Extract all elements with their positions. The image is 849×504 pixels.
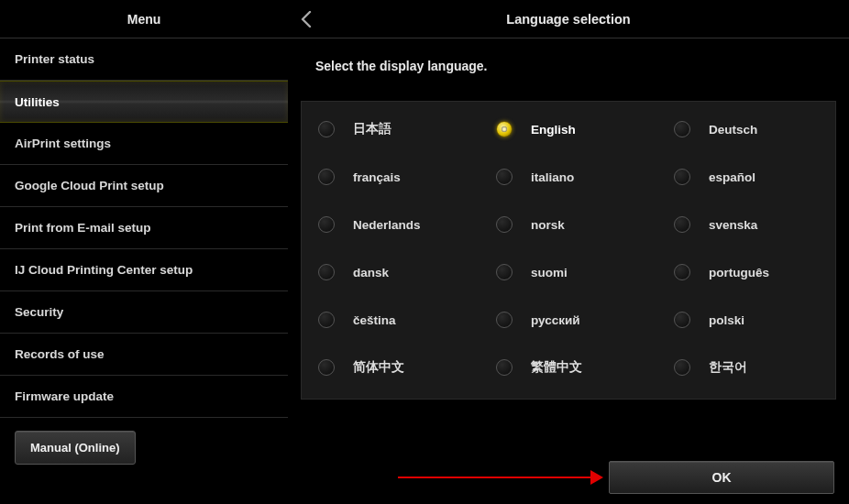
sidebar-item-ij-cloud-printing[interactable]: IJ Cloud Printing Center setup — [0, 249, 288, 291]
language-option-polski[interactable]: polski — [657, 296, 835, 344]
sidebar-item-print-from-email[interactable]: Print from E-mail setup — [0, 207, 288, 249]
page-title: Language selection — [288, 12, 849, 27]
radio-icon — [496, 359, 513, 376]
language-option-korean[interactable]: 한국어 — [657, 344, 835, 391]
language-panel: 日本語 English Deutsch français italiano es… — [301, 101, 836, 400]
manual-online-button[interactable]: Manual (Online) — [15, 431, 136, 465]
language-label: Deutsch — [709, 123, 757, 137]
language-grid: 日本語 English Deutsch français italiano es… — [302, 105, 835, 391]
sidebar-item-airprint-settings[interactable]: AirPrint settings — [0, 123, 288, 165]
annotation-arrow-container — [288, 477, 609, 478]
app-root: Menu Printer status Utilities AirPrint s… — [0, 0, 849, 504]
footer: OK — [288, 451, 849, 504]
sidebar-item-records-of-use[interactable]: Records of use — [0, 334, 288, 376]
language-option-nederlands[interactable]: Nederlands — [302, 201, 480, 248]
ok-button[interactable]: OK — [609, 461, 834, 494]
language-label: čeština — [353, 313, 396, 327]
sidebar-item-utilities[interactable]: Utilities — [0, 81, 288, 123]
language-label: 한국어 — [709, 359, 747, 376]
sidebar-title: Menu — [0, 0, 288, 38]
radio-icon — [318, 121, 335, 137]
main-header: Language selection — [288, 0, 849, 38]
language-label: français — [353, 170, 401, 184]
radio-icon — [674, 216, 690, 233]
language-label: русский — [531, 313, 580, 327]
language-label: svenska — [709, 218, 757, 232]
radio-icon — [496, 121, 513, 137]
radio-icon — [496, 169, 513, 185]
radio-icon — [674, 121, 690, 137]
back-button[interactable] — [288, 0, 325, 38]
language-label: español — [709, 170, 755, 184]
language-label: polski — [709, 313, 744, 327]
radio-icon — [674, 312, 690, 328]
radio-icon — [318, 359, 335, 376]
radio-icon — [496, 264, 513, 280]
language-option-italiano[interactable]: italiano — [480, 153, 657, 201]
language-option-dansk[interactable]: dansk — [302, 248, 480, 296]
radio-icon — [674, 264, 690, 280]
radio-icon — [318, 264, 335, 280]
language-label: 日本語 — [353, 121, 391, 137]
radio-icon — [674, 169, 690, 185]
language-label: 繁體中文 — [531, 359, 582, 376]
language-label: italiano — [531, 170, 574, 184]
sidebar: Menu Printer status Utilities AirPrint s… — [0, 0, 288, 504]
main-panel: Language selection Select the display la… — [288, 0, 849, 504]
language-option-english[interactable]: English — [480, 105, 657, 153]
language-option-russian[interactable]: русский — [480, 296, 657, 344]
radio-icon — [496, 216, 513, 233]
language-label: dansk — [353, 266, 389, 279]
sidebar-item-security[interactable]: Security — [0, 291, 288, 334]
chevron-left-icon — [301, 11, 312, 27]
language-label: português — [709, 266, 769, 279]
radio-icon — [318, 312, 335, 328]
manual-button-container: Manual (Online) — [0, 418, 288, 477]
language-option-espanol[interactable]: español — [657, 153, 835, 201]
language-option-japanese[interactable]: 日本語 — [302, 105, 480, 153]
sidebar-item-firmware-update[interactable]: Firmware update — [0, 376, 288, 418]
radio-icon — [318, 169, 335, 185]
language-option-francais[interactable]: français — [302, 153, 480, 201]
language-option-cestina[interactable]: čeština — [302, 296, 480, 344]
language-option-traditional-chinese[interactable]: 繁體中文 — [480, 344, 657, 391]
language-label: Nederlands — [353, 218, 421, 232]
language-option-simplified-chinese[interactable]: 简体中文 — [302, 344, 480, 391]
language-label: suomi — [531, 266, 568, 279]
radio-icon — [674, 359, 690, 376]
language-label: English — [531, 123, 576, 137]
radio-icon — [318, 216, 335, 233]
arrow-right-icon — [398, 477, 590, 478]
language-label: norsk — [531, 218, 565, 232]
language-option-norsk[interactable]: norsk — [480, 201, 657, 248]
sidebar-item-printer-status[interactable]: Printer status — [0, 38, 288, 81]
language-label: 简体中文 — [353, 359, 404, 376]
language-option-deutsch[interactable]: Deutsch — [657, 105, 835, 153]
language-option-svenska[interactable]: svenska — [657, 201, 835, 248]
instruction-text: Select the display language. — [288, 38, 849, 93]
radio-icon — [496, 312, 513, 328]
language-option-suomi[interactable]: suomi — [480, 248, 657, 296]
language-option-portugues[interactable]: português — [657, 248, 835, 296]
sidebar-item-google-cloud-print[interactable]: Google Cloud Print setup — [0, 165, 288, 207]
